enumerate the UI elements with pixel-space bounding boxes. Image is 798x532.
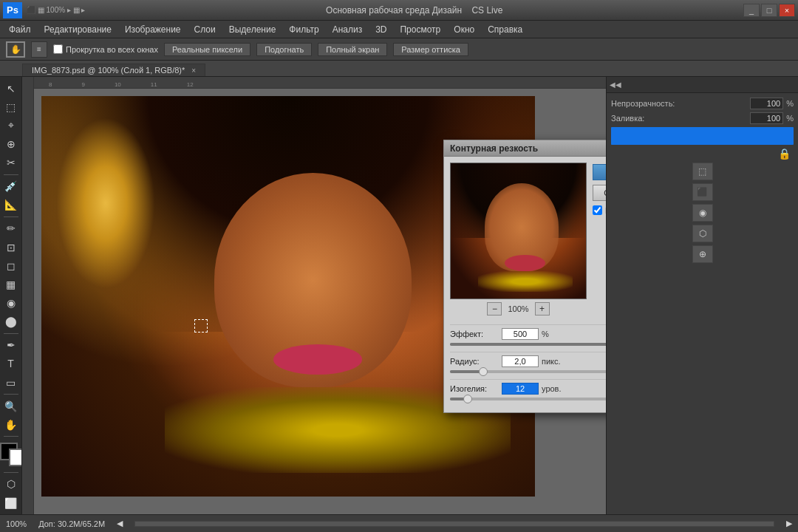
opacity-input[interactable] (750, 98, 783, 109)
cancel-button[interactable]: Отмена (593, 185, 606, 201)
menu-layers[interactable]: Слои (188, 23, 222, 36)
izogelia-slider-thumb[interactable] (463, 395, 472, 403)
menu-view[interactable]: Просмотр (394, 23, 446, 36)
maximize-button[interactable]: □ (761, 4, 777, 17)
effect-input[interactable] (502, 328, 539, 340)
toolbar: ↖ ⬚ ⌖ ⊕ ✂ 💉 📐 ✏ ⊡ ◻ ▦ ◉ ⬤ ✒ T ▭ 🔍 ✋ ⬡ ⬜ (0, 77, 22, 514)
eyedropper-tool[interactable]: 💉 (1, 178, 21, 195)
mask-button[interactable]: ⬡ (692, 225, 713, 242)
cs-live-label: CS Live (471, 5, 502, 16)
lock-icon[interactable]: 🔒 (778, 148, 791, 160)
tool-separator-3 (4, 333, 18, 334)
stamp-tool[interactable]: ⊡ (1, 239, 21, 256)
menu-image[interactable]: Изображение (119, 23, 187, 36)
minimize-button[interactable]: _ (743, 4, 760, 17)
title-bar-right[interactable]: _ □ × (743, 4, 795, 17)
tool-separator-5 (4, 436, 18, 437)
gradient-tool[interactable]: ▦ (1, 276, 21, 293)
ok-button[interactable]: OK (593, 164, 606, 180)
text-tool[interactable]: T (1, 355, 21, 372)
scroll-bar[interactable] (134, 521, 774, 527)
brush-tool[interactable]: ✏ (1, 220, 21, 237)
blur-tool[interactable]: ◉ (1, 294, 21, 311)
zoom-display: 100% (6, 519, 27, 528)
quick-select-tool[interactable]: ⊕ (1, 135, 21, 152)
duplicate-layer-button[interactable]: ⬛ (692, 183, 713, 201)
preview-jewelry (478, 271, 573, 291)
pen-tool[interactable]: ✒ (1, 337, 21, 354)
menu-analysis[interactable]: Анализ (327, 23, 369, 36)
zoom-out-button[interactable]: − (487, 302, 502, 316)
lips-area (273, 344, 362, 375)
scroll-right-btn[interactable]: ▶ (786, 519, 792, 528)
panel-tabs: ◀◀ (607, 77, 798, 93)
ruler-tool[interactable]: 📐 (1, 197, 21, 214)
tool-separator-2 (4, 216, 18, 217)
scroll-all-windows-label[interactable]: Прокрутка во всех окнах (53, 44, 158, 54)
document-tab[interactable]: IMG_8873.psd @ 100% (Слой 1, RGB/8)* × (22, 64, 205, 76)
effects-button[interactable]: ◉ (692, 204, 713, 222)
menu-3d[interactable]: 3D (369, 23, 392, 36)
tool-separator-4 (4, 394, 18, 395)
radius-input[interactable] (502, 355, 539, 367)
layer-bar[interactable] (611, 127, 794, 145)
preview-checkbox-input[interactable] (593, 205, 602, 215)
zoom-in-button[interactable]: + (535, 302, 550, 316)
chandelier-area (56, 117, 155, 289)
shape-tool[interactable]: ▭ (1, 374, 21, 391)
preview-checkbox-area[interactable]: Просмотр (593, 205, 606, 215)
fill-input[interactable] (750, 112, 783, 124)
hand-tool-icon[interactable]: ✋ (6, 41, 25, 58)
radius-slider-thumb[interactable] (479, 367, 488, 376)
effect-label-row: Эффект: % (450, 328, 606, 340)
background-color[interactable] (9, 449, 22, 466)
actual-pixels-button[interactable]: Реальные пиксели (164, 43, 250, 56)
hand-tool[interactable]: ✋ (1, 416, 21, 433)
dodge-tool[interactable]: ⬤ (1, 313, 21, 330)
panel-collapse-icon[interactable]: ◀◀ (610, 81, 621, 89)
adjustment-button[interactable]: ⊕ (692, 245, 713, 263)
dialog-titlebar: Контурная резкость × (444, 140, 606, 157)
fill-screen-button[interactable]: Полный экран (318, 43, 387, 56)
scroll-all-windows-checkbox[interactable] (53, 44, 63, 54)
dialog-buttons-section: OK Отмена Просмотр (593, 163, 606, 316)
tab-label: IMG_8873.psd @ 100% (Слой 1, RGB/8)* (32, 66, 185, 75)
eraser-tool[interactable]: ◻ (1, 257, 21, 274)
right-panel: ◀◀ Непрозрачность: % Заливка: % (606, 77, 798, 514)
menu-filter[interactable]: Фильтр (283, 23, 324, 36)
menu-edit[interactable]: Редактирование (38, 23, 117, 36)
lasso-tool[interactable]: ⌖ (1, 117, 21, 134)
ruler-tick-2: 9 (81, 81, 84, 88)
menu-bar: Файл Редактирование Изображение Слои Выд… (0, 21, 798, 38)
menu-window[interactable]: Окно (448, 23, 480, 36)
foreground-background-colors[interactable] (0, 443, 22, 466)
radius-unit: пикс. (542, 357, 561, 366)
tool-options-icon[interactable]: ≡ (31, 41, 47, 58)
izogelia-input[interactable] (502, 383, 539, 395)
quick-mask-tool[interactable]: ⬡ (1, 476, 21, 493)
print-size-button[interactable]: Размер оттиска (393, 43, 468, 56)
move-tool[interactable]: ↖ (1, 80, 21, 97)
effect-slider-track[interactable] (450, 343, 606, 346)
options-bar: ✋ ≡ Прокрутка во всех окнах Реальные пик… (0, 38, 798, 61)
menu-help[interactable]: Справка (482, 23, 528, 36)
close-button[interactable]: × (779, 4, 795, 17)
crop-tool[interactable]: ✂ (1, 154, 21, 171)
ruler-tick-3: 10 (115, 81, 121, 88)
zoom-tool[interactable]: 🔍 (1, 398, 21, 415)
layers-button[interactable]: ⬚ (692, 163, 713, 180)
tab-bar: IMG_8873.psd @ 100% (Слой 1, RGB/8)* × (0, 61, 798, 77)
tool-separator-1 (4, 174, 18, 175)
dialog-preview-section: − 100% + (450, 163, 587, 316)
tab-close-button[interactable]: × (191, 66, 196, 75)
scroll-left-btn[interactable]: ◀ (117, 519, 123, 528)
radius-slider-track[interactable] (450, 370, 606, 373)
screen-mode-tool[interactable]: ⬜ (1, 494, 21, 511)
menu-select[interactable]: Выделение (223, 23, 282, 36)
izogelia-label-row: Изогелия: уров. (450, 383, 606, 395)
unsharp-mask-dialog[interactable]: Контурная резкость × (443, 140, 606, 413)
marquee-tool[interactable]: ⬚ (1, 98, 21, 115)
fit-button[interactable]: Подогнать (256, 43, 312, 56)
izogelia-slider-track[interactable] (450, 398, 606, 400)
menu-file[interactable]: Файл (3, 23, 37, 36)
